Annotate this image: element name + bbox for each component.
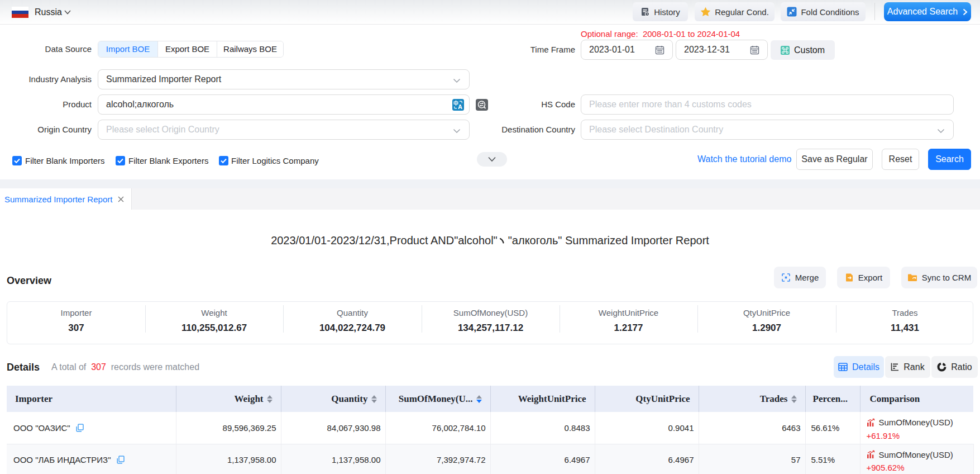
svg-text:A: A [458, 103, 462, 110]
